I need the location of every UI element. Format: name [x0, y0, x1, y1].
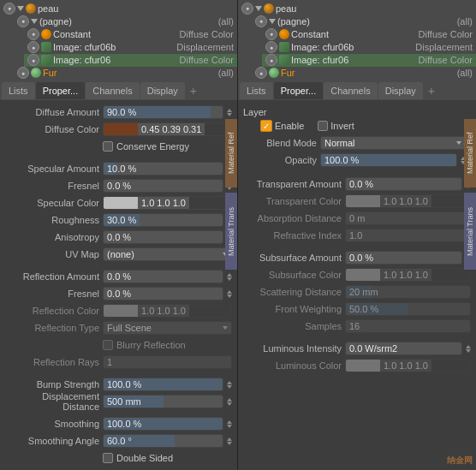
- anisotropy-field[interactable]: 0.0 %: [103, 230, 223, 244]
- image1-value-left: Displacement: [176, 42, 234, 52]
- eye-icon-image2-left[interactable]: ●: [27, 54, 39, 66]
- expand-pagne-left[interactable]: [31, 19, 38, 24]
- eye-icon-peau-left[interactable]: ●: [3, 3, 15, 15]
- tab-channels-left[interactable]: Channels: [86, 82, 139, 99]
- luminous-intensity-field[interactable]: 0.0 W/srm2: [345, 342, 462, 355]
- prop-bump-strength: Bump Strength 100.0 %: [0, 376, 237, 393]
- displacement-distance-arrows[interactable]: [227, 398, 232, 406]
- eye-icon-image1-left[interactable]: ●: [27, 41, 39, 53]
- diffuse-amount-arrows[interactable]: [227, 109, 232, 116]
- specular-color-swatch[interactable]: [104, 197, 138, 209]
- tree-row-pagne-left[interactable]: ● (pagne) (all): [14, 15, 237, 27]
- smoothing-angle-field[interactable]: 60.0 °: [103, 434, 223, 448]
- eye-icon-pagne-right[interactable]: ●: [255, 15, 267, 27]
- reflection-type-arrow: [223, 326, 228, 330]
- smoothing-arrows[interactable]: [227, 420, 232, 428]
- invert-checkbox[interactable]: [318, 121, 328, 131]
- tab-proper-left[interactable]: Proper...: [36, 82, 86, 99]
- transparent-color-swatch: [346, 195, 380, 207]
- diffuse-color-swatch[interactable]: [104, 123, 138, 135]
- fresnel-2-arrows[interactable]: [227, 290, 232, 298]
- tree-row-image1-right[interactable]: ● Image: cfur06b Displacement: [262, 41, 476, 54]
- tree-row-image2-left[interactable]: ● Image: cfur06 Diffuse Color: [24, 54, 237, 67]
- luminous-color-label: Luminous Color: [243, 360, 342, 371]
- expand-pagne-right[interactable]: [269, 19, 276, 24]
- tab-lists-left[interactable]: Lists: [2, 82, 35, 99]
- diffuse-amount-field[interactable]: 90.0 %: [103, 105, 223, 119]
- conserve-energy-checkbox[interactable]: [103, 141, 113, 152]
- eye-icon-constant-right[interactable]: ●: [265, 28, 277, 40]
- blend-mode-arrow: [456, 141, 461, 145]
- displacement-distance-field[interactable]: 500 mm: [103, 395, 223, 408]
- tab-display-right[interactable]: Display: [378, 82, 423, 99]
- eye-icon-fur-left[interactable]: ●: [17, 67, 29, 79]
- eye-icon-constant-left[interactable]: ●: [27, 28, 39, 40]
- specular-amount-label: Specular Amount: [5, 164, 99, 174]
- tab-add-left[interactable]: +: [186, 83, 201, 98]
- layer-title: Layer: [243, 107, 471, 117]
- side-tab-mat-trans-left[interactable]: Material Trans: [225, 193, 237, 270]
- transparent-amount-label: Transparent Amount: [243, 179, 342, 189]
- smoothing-field[interactable]: 100.0 %: [103, 417, 223, 431]
- blurry-reflection-checkbox[interactable]: [103, 340, 113, 350]
- tab-channels-right[interactable]: Channels: [324, 82, 377, 99]
- reflection-amount-field[interactable]: 0.0 %: [103, 270, 223, 283]
- reflection-rays-field[interactable]: 1: [103, 355, 232, 369]
- tree-row-peau-left[interactable]: ● peau: [0, 2, 237, 15]
- reflection-type-dropdown[interactable]: Full Scene: [103, 321, 232, 335]
- side-tab-mat-trans-right[interactable]: Material Trans: [464, 193, 476, 270]
- reflection-type-label: Reflection Type: [5, 323, 99, 333]
- side-tab-mat-ref-right[interactable]: Material Ref: [464, 119, 476, 187]
- side-tab-mat-ref-left[interactable]: Material Ref: [225, 119, 237, 187]
- uv-map-dropdown[interactable]: (none): [103, 247, 232, 261]
- expand-peau-left[interactable]: [17, 6, 24, 11]
- prop-luminous-intensity: Luminous Intensity 0.0 W/srm2: [238, 340, 476, 357]
- luminous-intensity-arrows[interactable]: [466, 345, 471, 353]
- specular-color-field[interactable]: 1.0 1.0 1.0: [103, 196, 232, 210]
- tab-proper-right[interactable]: Proper...: [274, 82, 324, 99]
- tree-row-image2-right[interactable]: ● Image: cfur06 Diffuse Color: [262, 54, 476, 67]
- diffuse-amount-value: 90.0 %: [107, 107, 136, 117]
- enable-checkbox[interactable]: ✓: [260, 120, 272, 132]
- specular-color-label: Specular Color: [5, 198, 99, 208]
- tree-row-constant-right[interactable]: ● Constant Diffuse Color: [262, 27, 476, 40]
- opacity-field[interactable]: 100.0 %: [320, 153, 457, 167]
- tab-lists-right[interactable]: Lists: [240, 82, 273, 99]
- tree-row-fur-right[interactable]: ● Fur (all): [252, 67, 476, 80]
- subsurface-amount-field[interactable]: 0.0 %: [345, 251, 462, 265]
- tree-row-pagne-right[interactable]: ● (pagne) (all): [252, 15, 476, 27]
- fur-icon-right: [269, 68, 279, 78]
- diffuse-color-field[interactable]: 0.45 0.39 0.31: [103, 122, 232, 136]
- roughness-field[interactable]: 30.0 %: [103, 213, 223, 227]
- tree-row-constant-left[interactable]: ● Constant Diffuse Color: [24, 27, 237, 40]
- eye-icon-peau-right[interactable]: ●: [241, 3, 253, 15]
- tab-display-left[interactable]: Display: [140, 82, 185, 99]
- transparent-amount-field[interactable]: 0.0 %: [345, 177, 462, 191]
- prop-samples: Samples 16: [238, 318, 476, 335]
- tree-row-peau-right[interactable]: ● peau: [238, 2, 476, 15]
- prop-luminous-color: Luminous Color 1.0 1.0 1.0: [238, 357, 476, 374]
- double-sided-checkbox[interactable]: [103, 453, 113, 463]
- prop-reflection-color: Reflection Color 1.0 1.0 1.0: [0, 302, 237, 319]
- invert-row: Invert: [318, 120, 354, 132]
- bump-strength-arrows[interactable]: [227, 381, 232, 389]
- specular-amount-field[interactable]: 10.0 %: [103, 162, 223, 176]
- tree-row-image1-left[interactable]: ● Image: cfur06b Displacement: [24, 41, 237, 54]
- opacity-value: 100.0 %: [324, 155, 359, 165]
- blend-mode-dropdown[interactable]: Normal: [320, 136, 466, 150]
- eye-icon-pagne-left[interactable]: ●: [17, 15, 29, 27]
- absorption-distance-label: Absorption Distance: [243, 213, 342, 223]
- eye-icon-image2-right[interactable]: ●: [265, 54, 277, 66]
- reflection-color-values: 1.0 1.0 1.0: [138, 305, 189, 317]
- fresnel-2-field[interactable]: 0.0 %: [103, 287, 223, 300]
- eye-icon-fur-right[interactable]: ●: [255, 67, 267, 79]
- fresnel-1-field[interactable]: 0.0 %: [103, 179, 223, 193]
- expand-peau-right[interactable]: [255, 6, 262, 11]
- tree-row-fur-left[interactable]: ● Fur (all): [14, 67, 237, 80]
- image1-value-right: Displacement: [415, 42, 473, 52]
- reflection-amount-arrows[interactable]: [227, 273, 232, 281]
- tab-add-right[interactable]: +: [424, 83, 439, 98]
- smoothing-angle-arrows[interactable]: [227, 437, 232, 445]
- eye-icon-image1-right[interactable]: ●: [265, 41, 277, 53]
- bump-strength-field[interactable]: 100.0 %: [103, 378, 223, 391]
